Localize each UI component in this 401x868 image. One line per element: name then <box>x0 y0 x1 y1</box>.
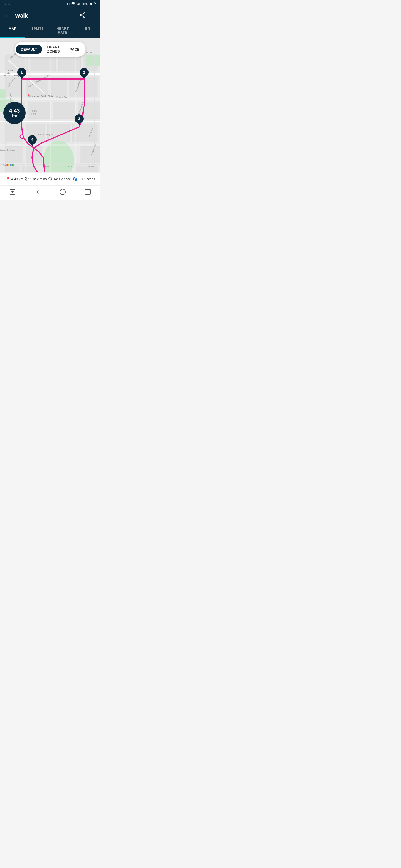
distance-bubble: 4.43 km <box>3 102 26 124</box>
svg-text:nt-Louis (CSMB): nt-Louis (CSMB) <box>4 74 19 77</box>
svg-text:naire: naire <box>6 72 10 74</box>
svg-rect-29 <box>6 124 22 142</box>
svg-rect-4 <box>80 2 81 5</box>
status-time: 2:26 <box>4 2 11 6</box>
svg-text:uis Ave: uis Ave <box>88 165 94 167</box>
steps-icon: 👣 <box>73 177 77 181</box>
svg-text:📍: 📍 <box>26 94 30 98</box>
svg-text:Winthrop Ave: Winthrop Ave <box>56 96 67 98</box>
clock-icon <box>25 177 29 181</box>
svg-line-12 <box>82 13 84 14</box>
distance-unit: km <box>12 114 17 118</box>
filter-default[interactable]: DEFAULT <box>16 45 42 54</box>
signal-icon <box>77 2 81 6</box>
svg-point-0 <box>73 5 74 6</box>
stats-bar: 📍 4.43 km 1 hr 2 mins 14'05" pa <box>0 173 100 185</box>
stat-time: 1 hr 2 mins <box>25 177 47 181</box>
svg-point-10 <box>84 16 85 17</box>
svg-text:Montessori Pointe Claire: Montessori Pointe Claire <box>29 95 54 97</box>
app-bar: ← Walk ⋮ <box>0 8 100 23</box>
nav-home-button[interactable] <box>59 189 66 197</box>
svg-rect-6 <box>90 2 92 5</box>
back-button[interactable]: ← <box>4 12 10 19</box>
waypoint-2-label: 2 <box>80 68 89 77</box>
stat-distance: 📍 4.43 km <box>5 177 23 181</box>
svg-rect-21 <box>69 77 97 96</box>
waypoint-4-label: 4 <box>28 135 37 144</box>
svg-rect-32 <box>73 124 97 142</box>
nav-back-button[interactable] <box>34 189 41 197</box>
page-title: Walk <box>15 12 80 19</box>
battery-text: 41% <box>82 2 88 6</box>
svg-line-11 <box>82 15 84 17</box>
tab-heart-rate[interactable]: HEART RATE <box>50 23 75 38</box>
svg-text:Cir A: Cir A <box>68 165 73 167</box>
tab-more[interactable]: EN <box>75 23 100 38</box>
waypoint-1-label: 1 <box>17 68 26 77</box>
svg-text:SIDE: SIDE <box>32 110 37 112</box>
bottom-nav <box>0 185 100 200</box>
share-button[interactable] <box>80 12 86 20</box>
status-icons: ⊡ 41% <box>67 2 96 6</box>
location-icon: 📍 <box>5 177 10 181</box>
svg-rect-84 <box>85 189 90 194</box>
svg-rect-26 <box>28 102 50 119</box>
svg-rect-1 <box>77 4 78 5</box>
nav-upload-button[interactable] <box>9 189 16 197</box>
nav-overview-button[interactable] <box>84 189 91 197</box>
svg-rect-24 <box>86 55 100 66</box>
google-attribution: Google <box>3 162 15 167</box>
battery-icon <box>90 2 96 6</box>
app-bar-actions: ⋮ <box>80 12 96 20</box>
svg-rect-34 <box>6 146 22 163</box>
filter-pace[interactable]: PACE <box>65 45 84 54</box>
wifi-icon <box>71 2 76 6</box>
svg-rect-15 <box>31 55 56 71</box>
svg-rect-3 <box>79 3 80 5</box>
stat-steps: 👣 5561 steps <box>73 177 95 181</box>
svg-point-77 <box>20 135 23 138</box>
nfc-icon: ⊡ <box>67 2 69 6</box>
distance-value: 4.43 <box>9 108 20 114</box>
svg-point-83 <box>60 189 65 195</box>
waypoint-3: 3 <box>75 114 84 125</box>
svg-text:Ecole: Ecole <box>8 69 13 71</box>
status-bar: 2:26 ⊡ 41% <box>0 0 100 8</box>
svg-point-8 <box>84 12 85 14</box>
svg-rect-7 <box>95 3 96 4</box>
tab-splits[interactable]: SPLITS <box>25 23 50 38</box>
svg-rect-16 <box>58 55 81 71</box>
stat-pace: 14'05" pace <box>48 177 71 181</box>
svg-point-9 <box>81 14 82 16</box>
svg-text:Avenue Livingston: Avenue Livingston <box>37 133 54 136</box>
tab-map[interactable]: MAP <box>0 23 25 38</box>
waypoint-2: 2 <box>80 68 89 79</box>
svg-text:Avenue Hastings: Avenue Hastings <box>0 149 15 151</box>
svg-rect-27 <box>53 102 75 119</box>
more-button[interactable]: ⋮ <box>90 12 96 19</box>
svg-text:HTS: HTS <box>31 113 36 115</box>
waypoint-1: 1 <box>17 68 26 79</box>
waypoint-3-label: 3 <box>75 114 84 123</box>
map-container: Gun Ave Hymus Blvd Avenue de Georgia Cre… <box>0 38 100 185</box>
svg-rect-20 <box>50 77 67 96</box>
tab-bar: MAP SPLITS HEART RATE EN <box>0 23 100 38</box>
svg-rect-2 <box>78 4 79 6</box>
stopwatch-icon <box>48 177 52 181</box>
filter-heart-zones[interactable]: HEART ZONES <box>42 43 65 56</box>
waypoint-4: 4 <box>28 135 37 146</box>
map-filter-bar: DEFAULT HEART ZONES PACE <box>15 42 86 57</box>
